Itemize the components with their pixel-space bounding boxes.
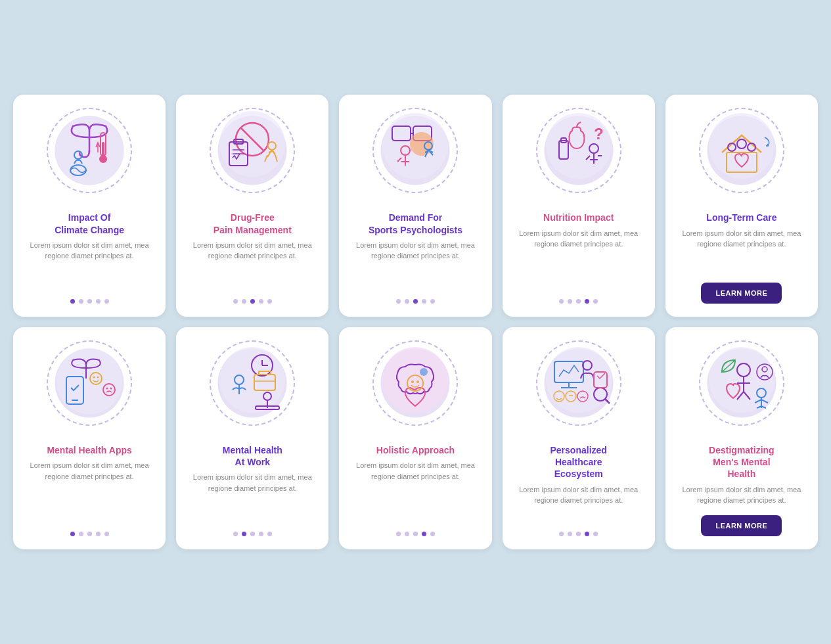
card-grid: Impact OfClimate Change Lorem ipsum dolo… xyxy=(13,95,818,549)
dot-3[interactable] xyxy=(422,532,426,536)
svg-point-55 xyxy=(411,380,414,383)
dot-2[interactable] xyxy=(576,299,581,304)
card-body: Lorem ipsum dolor sit dim amet, mea regi… xyxy=(176,472,328,522)
card-title: DestigmatizingMen's MentalHealth xyxy=(698,439,785,484)
icon-container xyxy=(43,337,135,429)
icon-container xyxy=(696,104,788,196)
dot-1[interactable] xyxy=(242,299,246,304)
pagination-dots xyxy=(396,532,435,536)
card-title: Drug-FreePain Management xyxy=(203,206,302,239)
pagination-dots xyxy=(559,532,598,536)
learn-more-button[interactable]: LEARN MORE xyxy=(701,283,782,304)
card-illustration xyxy=(665,95,818,206)
svg-point-57 xyxy=(546,347,612,413)
card-title: Impact OfClimate Change xyxy=(44,206,135,239)
card-body: Lorem ipsum dolor sit dim amet, mea regi… xyxy=(339,460,491,522)
dot-4[interactable] xyxy=(267,532,272,536)
pagination-dots xyxy=(70,299,109,304)
dot-0[interactable] xyxy=(70,532,75,536)
card-sports-psych: Demand ForSports Psychologists Lorem ips… xyxy=(339,95,491,317)
dot-1[interactable] xyxy=(405,299,409,304)
card-title: Mental Health Apps xyxy=(36,439,142,460)
dot-2[interactable] xyxy=(87,299,92,304)
card-illustration xyxy=(339,95,491,206)
dot-2[interactable] xyxy=(413,299,418,304)
card-long-term-care: Long-Term Care Lorem ipsum dolor sit dim… xyxy=(665,95,818,317)
card-illustration xyxy=(13,95,166,206)
card-title: Mental HealthAt Work xyxy=(212,439,293,472)
card-body: Lorem ipsum dolor sit dim amet, mea regi… xyxy=(13,460,166,522)
card-body: Lorem ipsum dolor sit dim amet, mea regi… xyxy=(176,240,328,290)
dot-0[interactable] xyxy=(396,532,401,536)
card-illustration: ? xyxy=(503,95,655,206)
dot-1[interactable] xyxy=(568,532,572,536)
card-illustration xyxy=(665,327,818,439)
dot-3[interactable] xyxy=(259,532,263,536)
dot-4[interactable] xyxy=(593,299,598,304)
icon-container xyxy=(369,337,461,429)
svg-line-67 xyxy=(605,399,610,403)
card-illustration xyxy=(176,327,328,439)
svg-rect-4 xyxy=(102,142,104,156)
dot-3[interactable] xyxy=(585,532,589,536)
card-illustration xyxy=(176,95,328,206)
dot-1[interactable] xyxy=(79,299,83,304)
card-title: Holistic Approach xyxy=(366,439,465,460)
dot-4[interactable] xyxy=(104,299,109,304)
card-mental-health-apps: Mental Health Apps Lorem ipsum dolor sit… xyxy=(13,327,166,549)
icon-container xyxy=(369,104,461,196)
card-body: Lorem ipsum dolor sit dim amet, mea regi… xyxy=(665,228,818,273)
dot-2[interactable] xyxy=(87,532,92,536)
icon-container: ? xyxy=(533,104,625,196)
card-body: Lorem ipsum dolor sit dim amet, mea regi… xyxy=(665,484,818,506)
dot-1[interactable] xyxy=(405,532,409,536)
dot-4[interactable] xyxy=(430,532,435,536)
dot-4[interactable] xyxy=(593,532,598,536)
svg-point-28 xyxy=(709,113,775,179)
card-title: Long-Term Care xyxy=(696,206,787,227)
dot-0[interactable] xyxy=(396,299,401,304)
card-holistic: Holistic Approach Lorem ipsum dolor sit … xyxy=(339,327,491,549)
dot-3[interactable] xyxy=(585,299,589,304)
dot-2[interactable] xyxy=(250,299,255,304)
dot-1[interactable] xyxy=(568,299,572,304)
dot-3[interactable] xyxy=(259,299,263,304)
pagination-dots xyxy=(233,532,272,536)
svg-point-40 xyxy=(106,388,108,390)
dot-2[interactable] xyxy=(576,532,581,536)
dot-3[interactable] xyxy=(96,532,101,536)
dot-0[interactable] xyxy=(559,532,564,536)
card-body: Lorem ipsum dolor sit dim amet, mea regi… xyxy=(339,240,491,290)
dot-0[interactable] xyxy=(559,299,564,304)
card-title: Nutrition Impact xyxy=(533,206,624,227)
card-climate-change: Impact OfClimate Change Lorem ipsum dolo… xyxy=(13,95,166,317)
card-body: Lorem ipsum dolor sit dim amet, mea regi… xyxy=(13,240,166,290)
svg-point-53 xyxy=(420,368,428,376)
card-mental-health-work: Mental HealthAt Work Lorem ipsum dolor s… xyxy=(176,327,328,549)
dot-1[interactable] xyxy=(242,532,246,536)
learn-more-button[interactable]: LEARN MORE xyxy=(701,515,782,536)
dot-4[interactable] xyxy=(104,532,109,536)
dot-1[interactable] xyxy=(79,532,83,536)
dot-0[interactable] xyxy=(233,299,238,304)
dot-4[interactable] xyxy=(267,299,272,304)
pagination-dots xyxy=(233,299,272,304)
dot-0[interactable] xyxy=(233,532,238,536)
dot-2[interactable] xyxy=(250,532,255,536)
dot-4[interactable] xyxy=(430,299,435,304)
dot-0[interactable] xyxy=(70,299,75,304)
pagination-dots xyxy=(70,532,109,536)
icon-container xyxy=(206,104,298,196)
dot-3[interactable] xyxy=(96,299,101,304)
icon-container xyxy=(533,337,625,429)
svg-point-41 xyxy=(110,388,112,390)
svg-point-56 xyxy=(416,380,419,383)
dot-3[interactable] xyxy=(422,299,426,304)
icon-container xyxy=(206,337,298,429)
dot-2[interactable] xyxy=(413,532,418,536)
card-body: Lorem ipsum dolor sit dim amet, mea regi… xyxy=(503,228,655,290)
pagination-dots xyxy=(559,299,598,304)
card-nutrition: ? Nutrition Impact Lorem ipsum dolor sit… xyxy=(503,95,655,317)
card-illustration xyxy=(503,327,655,439)
card-illustration xyxy=(339,327,491,439)
